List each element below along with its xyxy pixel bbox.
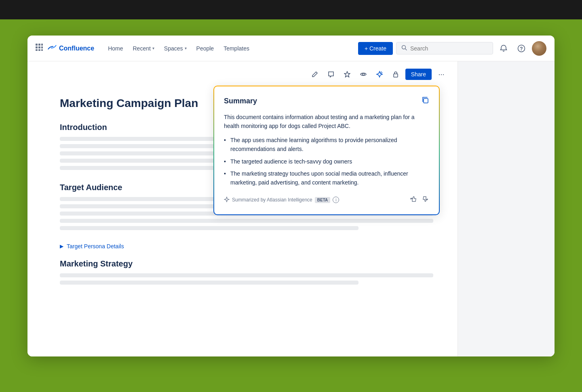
- content-area: Share ··· Marketing Campaign Plan Introd…: [27, 61, 555, 356]
- summary-bullet-list: The app uses machine learning algorithms…: [224, 136, 429, 187]
- star-icon[interactable]: [341, 68, 354, 81]
- search-bar[interactable]: [396, 42, 493, 55]
- svg-rect-6: [36, 49, 38, 51]
- search-input[interactable]: [410, 45, 488, 52]
- spaces-chevron: ▾: [185, 46, 187, 50]
- section-marketing-strategy: Marketing Strategy: [60, 259, 433, 268]
- feedback-icons: [410, 195, 429, 205]
- svg-rect-15: [394, 74, 398, 77]
- content-line: [60, 226, 358, 230]
- confluence-logo-text: Confluence: [59, 45, 94, 52]
- restrict-icon[interactable]: [389, 68, 402, 81]
- expand-chevron-icon: ▶: [60, 243, 63, 249]
- nav-people[interactable]: People: [192, 43, 218, 54]
- ai-sparkle-icon: [224, 197, 230, 203]
- nav-right: ?: [396, 41, 546, 56]
- ai-summary-icon[interactable]: [373, 68, 386, 81]
- svg-marker-13: [344, 71, 350, 77]
- svg-rect-3: [36, 46, 38, 48]
- browser-window: Confluence Home Recent ▾ Spaces ▾ People…: [27, 36, 555, 356]
- svg-rect-8: [41, 49, 43, 51]
- content-line: [60, 219, 433, 223]
- expand-target-persona[interactable]: ▶ Target Persona Details: [60, 243, 433, 249]
- svg-rect-1: [38, 44, 40, 46]
- marketing-strategy-lines: [60, 273, 433, 285]
- content-line: [60, 281, 358, 285]
- create-button[interactable]: + Create: [358, 42, 393, 55]
- summary-popup: Summary This document contains informati…: [213, 86, 440, 215]
- svg-text:?: ?: [520, 46, 523, 52]
- summary-popup-inner: Summary This document contains informati…: [214, 86, 439, 214]
- navbar: Confluence Home Recent ▾ Spaces ▾ People…: [27, 36, 555, 61]
- svg-rect-16: [424, 99, 428, 103]
- watch-icon[interactable]: [357, 68, 370, 81]
- right-panel: [458, 61, 555, 356]
- edit-icon[interactable]: [308, 68, 321, 81]
- summary-body-text: This document contains information about…: [224, 113, 429, 131]
- summary-bullet-item: The app uses machine learning algorithms…: [224, 136, 429, 154]
- svg-point-14: [362, 73, 364, 75]
- share-button[interactable]: Share: [405, 69, 432, 80]
- summary-header: Summary: [224, 96, 429, 106]
- svg-rect-5: [41, 46, 43, 48]
- help-button[interactable]: ?: [514, 41, 529, 56]
- user-avatar[interactable]: [532, 41, 546, 56]
- nav-spaces[interactable]: Spaces ▾: [160, 43, 191, 54]
- summary-title: Summary: [224, 97, 257, 105]
- more-options-icon[interactable]: ···: [435, 68, 448, 81]
- grid-icon[interactable]: [36, 44, 43, 53]
- confluence-logo-icon: [48, 43, 57, 54]
- beta-badge: BETA: [315, 197, 330, 203]
- search-icon: [401, 45, 407, 52]
- svg-rect-2: [41, 44, 43, 46]
- svg-rect-7: [38, 49, 40, 51]
- nav-home[interactable]: Home: [104, 43, 127, 54]
- avatar-image: [532, 41, 546, 56]
- recent-chevron: ▾: [152, 46, 154, 50]
- confluence-logo[interactable]: Confluence: [48, 43, 94, 54]
- summary-bullet-item: The marketing strategy touches upon soci…: [224, 169, 429, 187]
- svg-rect-4: [38, 46, 40, 48]
- notifications-button[interactable]: [496, 41, 511, 56]
- svg-line-10: [405, 49, 407, 50]
- ai-attribution: Summarized by Atlassian Intelligence BET…: [224, 197, 339, 203]
- nav-templates[interactable]: Templates: [219, 43, 253, 54]
- nav-links: Home Recent ▾ Spaces ▾ People Templates: [104, 43, 355, 54]
- info-icon[interactable]: i: [333, 197, 339, 203]
- svg-rect-0: [36, 44, 38, 46]
- comment-icon[interactable]: [325, 68, 337, 81]
- nav-recent[interactable]: Recent ▾: [129, 43, 158, 54]
- thumbs-up-icon[interactable]: [410, 195, 417, 205]
- summary-bullet-item: The targeted audience is tech-savvy dog …: [224, 157, 429, 166]
- copy-icon[interactable]: [421, 96, 429, 106]
- thumbs-down-icon[interactable]: [422, 195, 429, 205]
- ai-label: Summarized by Atlassian Intelligence: [232, 197, 312, 203]
- content-line: [60, 273, 433, 277]
- top-bar: [0, 0, 582, 19]
- document-area: Share ··· Marketing Campaign Plan Introd…: [27, 61, 458, 356]
- doc-toolbar: Share ···: [308, 68, 448, 81]
- summary-footer: Summarized by Atlassian Intelligence BET…: [224, 195, 429, 205]
